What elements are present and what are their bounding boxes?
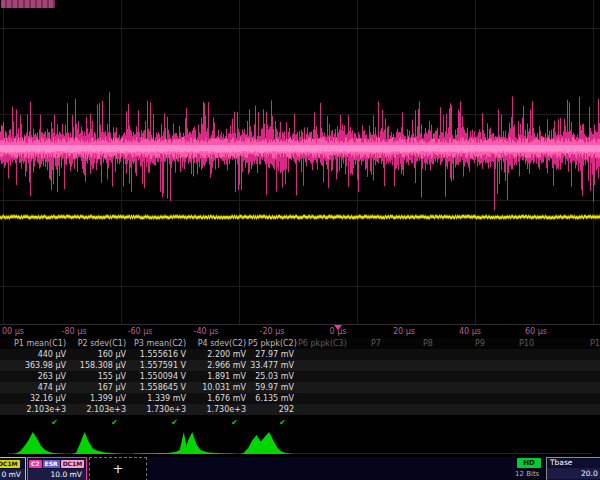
channel-c1-descriptor[interactable]: DC1M 0 mV <box>0 457 26 480</box>
time-tick-label: -40 µs <box>194 327 219 336</box>
param-header-unused[interactable]: P10 <box>519 338 534 349</box>
corner-label-fragment <box>1 0 55 8</box>
hd-bits-label: 12 Bits <box>515 470 539 478</box>
oscilloscope-screen: 00 µs-80 µs-60 µs-40 µs-20 µs0 µs20 µs40… <box>0 0 600 480</box>
param-header-1[interactable]: P1 mean(C1) <box>0 338 68 349</box>
c2-tag-row: C2 ESR DC1M <box>28 458 86 469</box>
measurement-value: 1.730e+3 <box>128 404 188 415</box>
param-header-2[interactable]: P2 sdev(C1) <box>68 338 128 349</box>
time-tick-label: -20 µs <box>260 327 285 336</box>
time-axis: 00 µs-80 µs-60 µs-40 µs-20 µs0 µs20 µs40… <box>0 324 600 339</box>
param-header-5[interactable]: P5 pkpk(C2) <box>248 338 296 349</box>
param-header-unused[interactable]: P7 <box>371 338 381 349</box>
measurement-value: 32.16 µV <box>0 393 68 404</box>
measurement-value: 1.339 mV <box>128 393 188 404</box>
measurement-value: 160 µV <box>68 349 128 360</box>
tbase-value: 20.0 <box>547 468 600 479</box>
time-tick-label: -60 µs <box>128 327 153 336</box>
measurement-value: 27.97 mV <box>248 349 296 360</box>
measurement-value: 440 µV <box>0 349 68 360</box>
time-tick-label: 20 µs <box>393 327 415 336</box>
measurement-value: 363.98 µV <box>0 360 68 371</box>
param-header-unused[interactable]: P11 <box>590 338 600 349</box>
histicon-p2[interactable] <box>72 429 126 455</box>
measurement-value: 1.399 µV <box>68 393 128 404</box>
param-header-unused[interactable]: P8 <box>423 338 433 349</box>
param-header-4[interactable]: P4 sdev(C2) <box>188 338 248 349</box>
param-header-unused[interactable]: P9 <box>475 338 485 349</box>
measurement-value: 1.550094 V <box>128 371 188 382</box>
c2-vertical-scale: 10.0 mV <box>28 469 86 480</box>
measurement-value: 2.103e+3 <box>68 404 128 415</box>
measurement-value: 292 <box>248 404 296 415</box>
time-tick-label: 40 µs <box>459 327 481 336</box>
measurement-value: 1.676 mV <box>188 393 248 404</box>
tbase-label: Tbase <box>547 458 600 468</box>
time-tick-label: -80 µs <box>62 327 87 336</box>
measurement-row: 32.16 µV1.399 µV1.339 mV1.676 mV6.135 mV <box>0 393 600 404</box>
channel-c2-descriptor[interactable]: C2 ESR DC1M 10.0 mV <box>27 457 87 480</box>
histicon-p1[interactable] <box>12 429 66 455</box>
histicon-p4[interactable] <box>184 429 238 455</box>
measurement-value: 474 µV <box>0 382 68 393</box>
c2-channel-label: C2 <box>29 460 42 468</box>
measurement-value: 6.135 mV <box>248 393 296 404</box>
histicon-p3[interactable] <box>134 429 188 455</box>
histicon-strip <box>0 426 600 457</box>
measurement-row: 263 µV155 µV1.550094 V1.891 mV25.03 mV <box>0 371 600 382</box>
time-tick-label: 60 µs <box>525 327 547 336</box>
status-row: ✔✔✔✔✔ <box>0 415 600 425</box>
c2-coupling-tag: DC1M <box>61 460 85 468</box>
measurement-value: 263 µV <box>0 371 68 382</box>
measurement-value: 25.03 mV <box>248 371 296 382</box>
measurement-value: 1.730e+3 <box>188 404 248 415</box>
measurement-value: 2.200 mV <box>188 349 248 360</box>
measurement-value: 1.557591 V <box>128 360 188 371</box>
measurement-value: 155 µV <box>68 371 128 382</box>
c2-esr-tag: ESR <box>43 460 60 468</box>
param-header-unused[interactable]: P6 pkpk(C3) <box>298 338 347 349</box>
plus-icon: + <box>113 462 124 475</box>
histicon-p5[interactable] <box>240 429 294 455</box>
measurement-value: 2.966 mV <box>188 360 248 371</box>
measurement-value: 33.477 mV <box>248 360 296 371</box>
time-tick-label: 00 µs <box>2 327 24 336</box>
measurement-value: 1.891 mV <box>188 371 248 382</box>
add-trace-box[interactable]: + <box>89 457 147 480</box>
trigger-position-marker <box>334 325 342 330</box>
waveform-grid[interactable] <box>0 0 600 324</box>
measurement-row: 440 µV160 µV1.555616 V2.200 mV27.97 mV <box>0 349 600 360</box>
measurement-value: 2.103e+3 <box>0 404 68 415</box>
measurement-table: P1 mean(C1)P2 sdev(C1)P3 mean(C2)P4 sdev… <box>0 338 600 425</box>
hd-mode-badge: HD <box>517 458 541 468</box>
measurement-value: 1.558645 V <box>128 382 188 393</box>
measurement-row: 474 µV167 µV1.558645 V10.031 mV59.97 mV <box>0 382 600 393</box>
c1-tag-row: DC1M <box>0 458 25 469</box>
c1-vertical-scale: 0 mV <box>0 469 25 480</box>
measurement-row: 2.103e+32.103e+31.730e+31.730e+3292 <box>0 404 600 415</box>
descriptor-bar: DC1M 0 mV C2 ESR DC1M 10.0 mV + HD 12 Bi… <box>0 457 600 480</box>
measurement-value: 1.555616 V <box>128 349 188 360</box>
param-header-3[interactable]: P3 mean(C2) <box>128 338 188 349</box>
timebase-descriptor[interactable]: Tbase 20.0 <box>546 457 600 480</box>
measurement-value: 158.308 µV <box>68 360 128 371</box>
measurement-value: 167 µV <box>68 382 128 393</box>
measurement-row: 363.98 µV158.308 µV1.557591 V2.966 mV33.… <box>0 360 600 371</box>
measurement-value: 10.031 mV <box>188 382 248 393</box>
c1-coupling-tag: DC1M <box>0 460 20 468</box>
measurement-value: 59.97 mV <box>248 382 296 393</box>
